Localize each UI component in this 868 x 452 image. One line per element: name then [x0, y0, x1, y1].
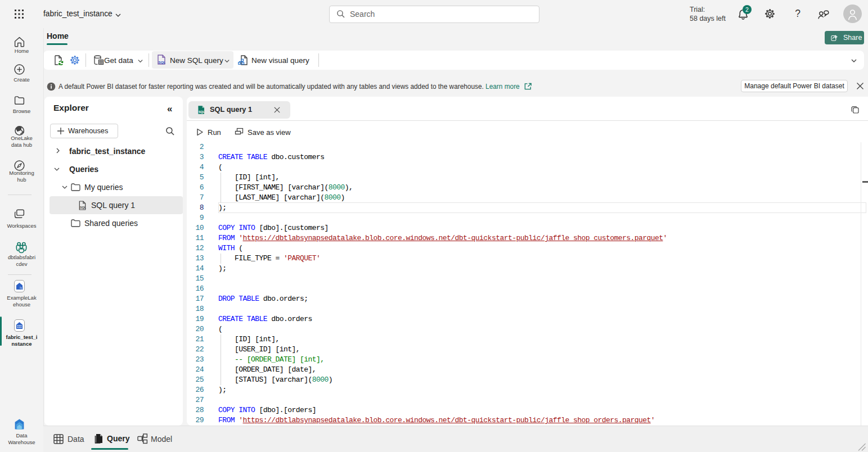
svg-text:SQL: SQL — [80, 206, 87, 209]
svg-text:SQL: SQL — [199, 110, 205, 114]
svg-text:SQL: SQL — [159, 60, 166, 64]
